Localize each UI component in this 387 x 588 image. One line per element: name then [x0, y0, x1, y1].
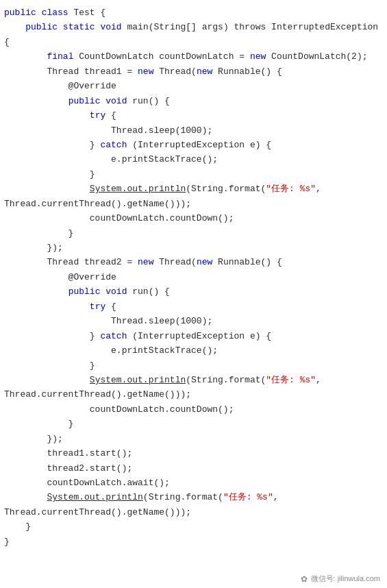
code-line-18: Thread thread2 = new Thread(new Runnable…	[4, 255, 383, 269]
code-line-37: }	[4, 535, 383, 549]
code-line-28: countDownLatch.countDown();	[4, 402, 383, 417]
code-line-23: } catch (InterruptedException e) {	[4, 329, 383, 343]
code-line-9: Thread.sleep(1000);	[4, 123, 383, 138]
code-line-8: try {	[4, 108, 383, 123]
wechat-label: 微信号: jilinwula.com	[311, 574, 380, 584]
code-line-27: Thread.currentThread().getName()));	[4, 387, 383, 402]
code-line-7: public void run() {	[4, 94, 383, 108]
code-line-32: thread2.start();	[4, 461, 383, 476]
code-line-29: }	[4, 417, 383, 431]
code-line-34: System.out.println(String.format("任务: %s…	[4, 490, 383, 504]
code-line-3: {	[4, 35, 383, 49]
code-line-2: public static void main(String[] args) t…	[4, 20, 383, 34]
code-line-11: e.printStackTrace();	[4, 152, 383, 167]
code-line-16: }	[4, 226, 383, 241]
code-line-25: }	[4, 358, 383, 373]
code-line-30: });	[4, 432, 383, 446]
footer-bar: ✿ 微信号: jilinwula.com	[301, 574, 380, 584]
code-container: public class Test { public static void m…	[0, 0, 387, 588]
code-line-10: } catch (InterruptedException e) {	[4, 138, 383, 152]
code-line-4: final CountDownLatch countDownLatch = ne…	[4, 49, 383, 64]
code-line-12: }	[4, 167, 383, 182]
code-line-1: public class Test {	[4, 5, 383, 20]
code-line-31: thread1.start();	[4, 446, 383, 461]
code-line-15: countDownLatch.countDown();	[4, 211, 383, 225]
code-line-26: System.out.println(String.format("任务: %s…	[4, 373, 383, 387]
code-line-22: Thread.sleep(1000);	[4, 314, 383, 328]
code-line-36: }	[4, 519, 383, 534]
code-line-20: public void run() {	[4, 284, 383, 299]
code-line-33: countDownLatch.await();	[4, 476, 383, 490]
code-line-5: Thread thread1 = new Thread(new Runnable…	[4, 64, 383, 79]
code-line-6: @Override	[4, 79, 383, 93]
code-line-35: Thread.currentThread().getName()));	[4, 505, 383, 519]
code-line-17: });	[4, 241, 383, 255]
code-line-19: @Override	[4, 270, 383, 284]
code-line-13: System.out.println(String.format("任务: %s…	[4, 182, 383, 196]
code-line-14: Thread.currentThread().getName()));	[4, 197, 383, 211]
code-line-24: e.printStackTrace();	[4, 343, 383, 358]
wechat-icon: ✿	[301, 574, 308, 584]
code-line-21: try {	[4, 299, 383, 314]
